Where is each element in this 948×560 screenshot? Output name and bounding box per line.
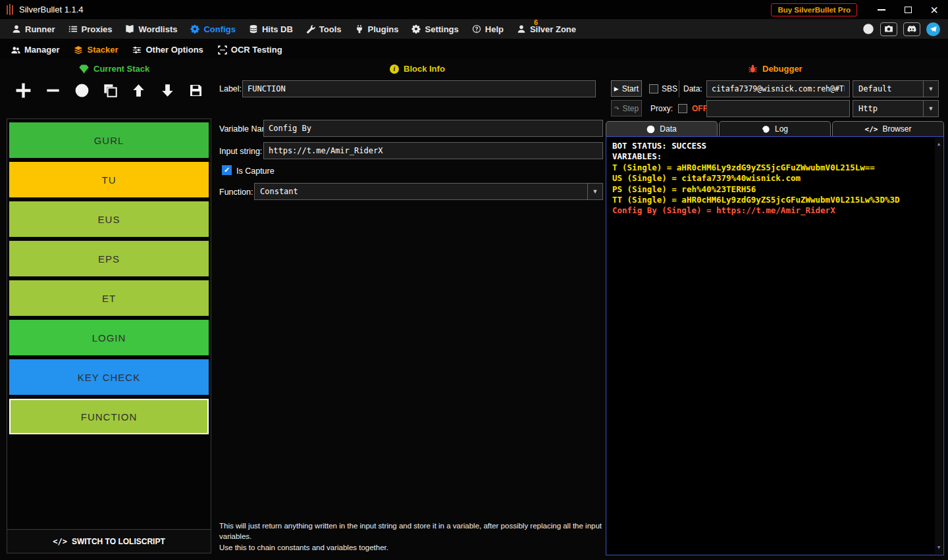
discord-button[interactable] <box>903 22 920 36</box>
variable-name-input[interactable] <box>263 120 603 137</box>
submenu-ocr-testing[interactable]: OCR Testing <box>211 40 290 59</box>
silver-zone-badge: 6 <box>534 18 538 26</box>
history-clock-icon[interactable] <box>862 23 874 35</box>
maximize-button[interactable] <box>901 3 915 16</box>
configs-submenu: Manager Stacker Other Options OCR Testin… <box>0 40 948 59</box>
is-capture-checkbox[interactable]: ✓ <box>222 165 232 175</box>
debugger-header: Debugger <box>748 64 803 74</box>
close-button[interactable]: × <box>927 3 941 16</box>
save-config-button[interactable] <box>189 84 203 97</box>
switch-to-loliscript-button[interactable]: </> SWITCH TO LOLISCRIPT <box>7 529 211 553</box>
chevron-down-icon: ▼ <box>587 184 602 199</box>
telegram-button[interactable] <box>926 22 940 36</box>
menu-tools[interactable]: Tools <box>300 19 348 39</box>
stack-block-eps[interactable]: EPS <box>9 241 209 276</box>
gear-icon <box>190 24 199 34</box>
tab-browser[interactable]: </> Browser <box>832 121 944 136</box>
input-string-label: Input string: <box>219 147 262 156</box>
variable-line: PS (Single) = reh%40%23TERH56 <box>612 184 937 195</box>
tab-data[interactable]: Data <box>606 121 718 136</box>
data-label: Data: <box>683 84 702 93</box>
info-icon: i <box>390 64 399 74</box>
is-capture-label: Is Capture <box>236 166 275 176</box>
stack-block-key-check[interactable]: KEY CHECK <box>9 359 209 395</box>
code-icon: </> <box>53 537 67 546</box>
variable-line: TT (Single) = aHR0cHM6Ly9zdG9yZS5jcGFuZW… <box>612 195 937 205</box>
menu-silver-zone[interactable]: 6 Silver Zone <box>510 19 583 39</box>
divider <box>679 80 679 97</box>
sbs-checkbox[interactable] <box>649 84 658 93</box>
submenu-stacker[interactable]: Stacker <box>66 40 125 59</box>
buy-pro-button[interactable]: Buy SilverBullet Pro <box>771 3 857 16</box>
move-up-button[interactable] <box>132 84 145 97</box>
camera-icon <box>884 24 893 34</box>
titlebar: SilverBullet 1.1.4 Buy SilverBullet Pro … <box>0 0 948 19</box>
main-menu: Runner Proxies Wordlists Configs Hits DB… <box>0 19 948 39</box>
wrench-icon <box>306 24 315 34</box>
proxy-checkbox[interactable] <box>678 104 687 113</box>
book-icon <box>125 24 134 34</box>
menu-proxies[interactable]: Proxies <box>62 19 119 39</box>
label-input[interactable] <box>242 80 596 97</box>
menu-wordlists[interactable]: Wordlists <box>118 19 184 39</box>
scroll-down-icon[interactable]: ▼ <box>937 542 940 553</box>
proxy-type-select[interactable]: Http ▼ <box>853 100 939 117</box>
sbs-label: SBS <box>662 84 677 93</box>
sliders-icon <box>132 45 142 55</box>
bot-status-line: BOT STATUS: SUCCESS <box>612 141 937 151</box>
submenu-other-options[interactable]: Other Options <box>125 40 210 59</box>
move-down-button[interactable] <box>161 84 174 97</box>
database-icon <box>249 24 258 34</box>
stack-block-tu[interactable]: TU <box>9 162 209 197</box>
label-field-label: Label: <box>219 84 242 93</box>
submenu-manager[interactable]: Manager <box>4 40 66 59</box>
stack-panel: GURL TU EUS EPS ET LOGIN KEY CHECK FUNCT… <box>7 118 211 553</box>
menu-plugins[interactable]: Plugins <box>348 19 406 39</box>
data-input[interactable] <box>706 80 850 97</box>
menu-configs[interactable]: Configs <box>184 19 242 39</box>
layers-icon <box>74 45 83 55</box>
scroll-up-icon[interactable]: ▲ <box>937 139 940 149</box>
proxy-input[interactable] <box>706 100 850 117</box>
output-scrollbar[interactable]: ▲ ▼ <box>935 138 943 554</box>
stack-block-gurl[interactable]: GURL <box>9 122 209 158</box>
menu-runner[interactable]: Runner <box>5 19 62 39</box>
clear-stack-button[interactable] <box>75 84 89 97</box>
save-icon <box>189 84 203 97</box>
titlebar-controls: Buy SilverBullet Pro × <box>771 3 941 16</box>
step-button[interactable]: ↷Step <box>611 100 642 116</box>
menu-hits-db[interactable]: Hits DB <box>242 19 300 39</box>
telegram-icon <box>930 25 937 33</box>
maximize-icon <box>905 7 912 13</box>
people-icon <box>11 45 20 55</box>
menu-settings[interactable]: Settings <box>405 19 465 39</box>
code-icon: </> <box>865 125 878 134</box>
minimize-button[interactable] <box>874 3 889 16</box>
capture-line: Config By (Single) = https://t.me/Amir_R… <box>612 205 937 216</box>
stack-toolbar <box>7 78 211 102</box>
history-icon <box>762 125 770 134</box>
x-circle-icon <box>75 84 89 97</box>
close-icon: × <box>930 3 938 16</box>
tab-log[interactable]: Log <box>719 121 831 136</box>
stack-block-eus[interactable]: EUS <box>9 201 209 237</box>
silverbullet-logo-icon <box>7 4 13 15</box>
copy-icon <box>103 84 117 97</box>
stack-block-function[interactable]: FUNCTION <box>9 399 209 434</box>
stack-block-et[interactable]: ET <box>9 280 209 316</box>
wordlist-type-select[interactable]: Default ▼ <box>853 80 939 97</box>
runner-icon <box>12 24 21 34</box>
screenshot-button[interactable] <box>880 22 897 36</box>
function-select[interactable]: Constant ▼ <box>254 183 603 200</box>
function-label: Function: <box>219 188 253 197</box>
menu-right-icons <box>862 22 943 36</box>
remove-block-button[interactable] <box>46 84 60 97</box>
stack-block-login[interactable]: LOGIN <box>9 320 209 355</box>
menu-help[interactable]: Help <box>465 19 510 39</box>
debugger-output[interactable]: BOT STATUS: SUCCESS VARIABLES: T (Single… <box>606 136 944 555</box>
start-button[interactable]: ▶Start <box>611 80 642 97</box>
gear-icon <box>411 24 421 34</box>
add-block-button[interactable] <box>15 82 32 99</box>
input-string-input[interactable] <box>263 142 603 159</box>
duplicate-block-button[interactable] <box>103 84 117 97</box>
